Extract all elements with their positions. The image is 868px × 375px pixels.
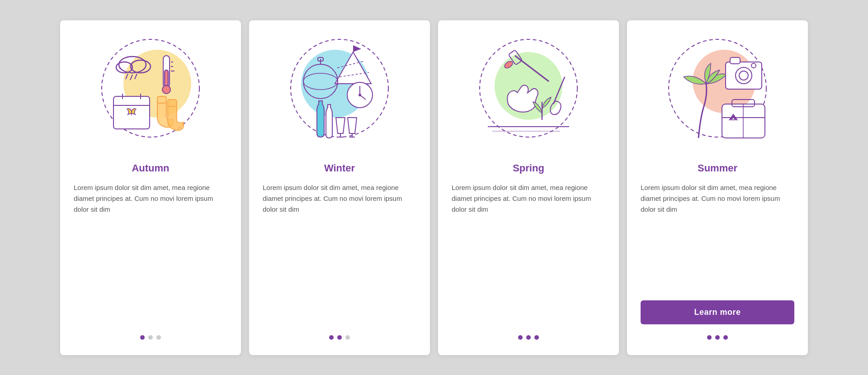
svg-point-10 bbox=[162, 85, 170, 94]
dot-3 bbox=[156, 335, 161, 340]
svg-point-54 bbox=[736, 67, 752, 84]
winter-illustration bbox=[281, 34, 398, 152]
svg-rect-9 bbox=[165, 70, 168, 86]
svg-point-34 bbox=[359, 94, 361, 96]
autumn-illustration bbox=[92, 34, 209, 152]
dot-1 bbox=[518, 335, 523, 340]
winter-body: Lorem ipsum dolor sit dim amet, mea regi… bbox=[263, 182, 416, 324]
dot-3 bbox=[345, 335, 350, 340]
autumn-title: Autumn bbox=[132, 162, 169, 174]
dot-2 bbox=[715, 335, 720, 340]
svg-rect-53 bbox=[730, 57, 740, 64]
dot-2 bbox=[526, 335, 531, 340]
autumn-body: Lorem ipsum dolor sit dim amet, mea regi… bbox=[74, 182, 227, 324]
dot-3 bbox=[534, 335, 539, 340]
spring-dots bbox=[518, 335, 539, 340]
dot-2 bbox=[337, 335, 342, 340]
winter-card: Winter Lorem ipsum dolor sit dim amet, m… bbox=[249, 20, 430, 355]
summer-body: Lorem ipsum dolor sit dim amet, mea regi… bbox=[641, 182, 794, 296]
spring-illustration bbox=[470, 34, 587, 152]
winter-dots bbox=[329, 335, 350, 340]
dot-3 bbox=[723, 335, 728, 340]
dot-1 bbox=[140, 335, 145, 340]
autumn-card: Autumn Lorem ipsum dolor sit dim amet, m… bbox=[60, 20, 241, 355]
svg-rect-19 bbox=[157, 96, 166, 103]
svg-marker-26 bbox=[353, 45, 361, 52]
spring-body: Lorem ipsum dolor sit dim amet, mea regi… bbox=[452, 182, 605, 324]
summer-title: Summer bbox=[698, 162, 737, 174]
winter-title: Winter bbox=[324, 162, 355, 174]
spring-title: Spring bbox=[513, 162, 544, 174]
autumn-dots bbox=[140, 335, 161, 340]
svg-rect-20 bbox=[168, 100, 177, 106]
svg-point-56 bbox=[751, 63, 756, 68]
cards-container: Autumn Lorem ipsum dolor sit dim amet, m… bbox=[33, 2, 835, 373]
summer-illustration bbox=[659, 34, 776, 152]
learn-more-button[interactable]: Learn more bbox=[641, 300, 794, 324]
dot-1 bbox=[707, 335, 712, 340]
dot-1 bbox=[329, 335, 334, 340]
summer-card: Summer Lorem ipsum dolor sit dim amet, m… bbox=[627, 20, 808, 355]
summer-dots bbox=[707, 335, 728, 340]
dot-2 bbox=[148, 335, 153, 340]
spring-card: Spring Lorem ipsum dolor sit dim amet, m… bbox=[438, 20, 619, 355]
